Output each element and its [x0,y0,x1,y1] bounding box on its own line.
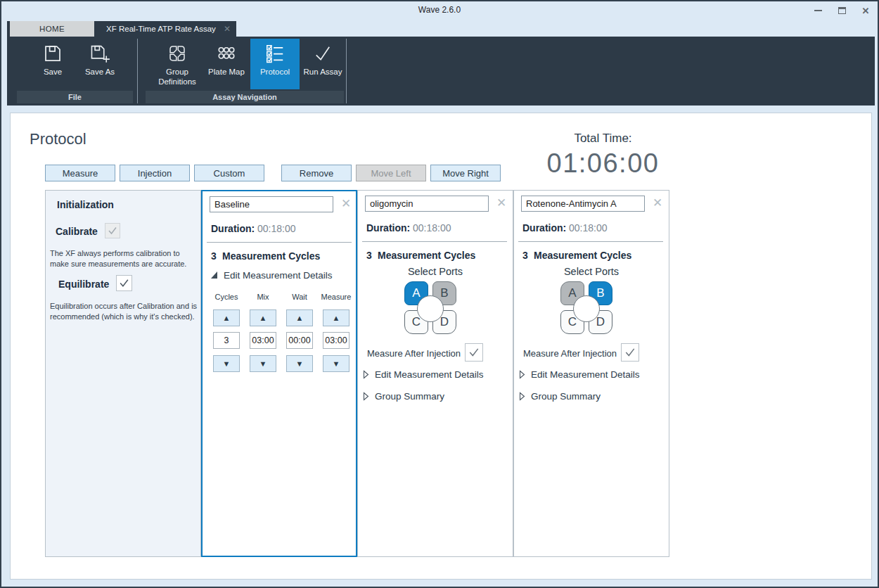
cycles-up-button[interactable]: ▲ [213,309,240,326]
rotenone-name-input[interactable] [521,196,645,212]
calibrate-note: The XF always performs calibration to ma… [50,248,199,269]
divider [207,242,352,243]
cycles-value-input[interactable] [213,332,240,349]
assay-navigation-group-label: Assay Navigation [146,91,344,103]
oligomycin-duration-label: Duration: [366,222,410,234]
measurement-cycles-label: Measurement Cycles [534,250,631,261]
rotenone-column[interactable]: ✕ Duration: 00:18:00 3 Measurement Cycle… [513,190,669,557]
wait-header: Wait [281,293,318,301]
measure-button[interactable]: Measure [45,165,115,181]
baseline-name-input[interactable] [210,196,333,212]
baseline-column[interactable]: ✕ Duration: 00:18:00 3 Measurement Cycle… [201,190,357,557]
initialization-column: Initialization Calibrate The XF always p… [45,190,201,557]
content-panel: Protocol Total Time: 01:06:00 Measure In… [10,113,872,580]
measure-up-button[interactable]: ▲ [323,309,349,326]
oligomycin-cycle-count: 3 [366,250,372,261]
save-button[interactable]: Save [32,39,73,89]
oligomycin-port-selector: A B C D [404,281,458,336]
injection-button[interactable]: Injection [120,165,190,181]
oligomycin-close-icon[interactable]: ✕ [493,194,510,211]
ribbon: Save Save As Group Definitions [7,37,875,106]
oligomycin-column[interactable]: ✕ Duration: 00:18:00 3 Measurement Cycle… [357,190,513,557]
remove-button[interactable]: Remove [281,165,352,181]
rotenone-edit-details-expander[interactable]: Edit Measurement Details [519,369,640,380]
wait-up-button[interactable]: ▲ [286,309,313,326]
initialization-title: Initialization [57,199,114,210]
group-summary-label: Group Summary [531,391,601,402]
custom-button[interactable]: Custom [194,165,264,181]
rotenone-group-summary-expander[interactable]: Group Summary [519,391,601,402]
save-as-label: Save As [85,67,115,77]
page-title: Protocol [30,130,86,148]
tab-assay-label: XF Real-Time ATP Rate Assay [98,25,224,33]
equilibrate-check-icon [119,279,129,288]
total-time-value: 01:06:00 [524,148,682,179]
maximize-icon [838,7,846,14]
run-assay-button[interactable]: Run Assay [302,39,343,89]
save-as-icon [89,43,110,64]
close-icon: ✕ [862,6,870,15]
window-controls: ✕ [811,1,872,20]
rotenone-measure-after-injection-checkbox[interactable] [621,343,639,362]
minimize-button[interactable] [811,4,824,17]
tab-strip: HOME XF Real-Time ATP Rate Assay ✕ [7,21,233,37]
calibrate-checkbox[interactable] [105,223,120,238]
rotenone-port-selector: A B C D [560,281,614,336]
oligomycin-duration-value: 00:18:00 [413,222,451,234]
protocol-button[interactable]: Protocol [250,39,300,89]
select-ports-label: Select Ports [358,266,513,277]
wait-value-input[interactable] [286,332,313,349]
tab-close-icon[interactable]: ✕ [224,24,236,34]
edit-details-label: Edit Measurement Details [224,270,333,281]
plate-map-button[interactable]: Plate Map [207,39,246,89]
calibrate-label: Calibrate [56,226,98,237]
save-as-button[interactable]: Save As [79,39,121,89]
equilibrate-checkbox[interactable] [116,275,132,291]
mix-value-input[interactable] [250,332,276,349]
mix-up-button[interactable]: ▲ [250,309,276,326]
plate-map-label: Plate Map [208,67,245,77]
baseline-duration-value: 00:18:00 [257,223,296,234]
divider [362,241,507,242]
measurement-cycles-label: Measurement Cycles [222,250,320,262]
move-right-button[interactable]: Move Right [430,165,501,181]
group-definitions-icon [167,43,188,64]
protocol-icon [264,43,285,64]
mix-down-button[interactable]: ▼ [250,355,276,372]
edit-details-label: Edit Measurement Details [531,369,640,380]
measure-header: Measure [318,293,354,301]
expander-expanded-icon [211,271,218,279]
equilibrate-note: Equilibration occurs after Calibration a… [50,301,199,322]
total-time-label: Total Time: [524,132,682,146]
port-center-circle [417,295,444,322]
run-assay-icon [312,43,333,64]
measure-value-input[interactable] [323,332,349,349]
cycles-down-button[interactable]: ▼ [213,355,240,372]
protocol-label: Protocol [260,67,290,77]
maximize-button[interactable] [835,4,848,17]
measure-down-button[interactable]: ▼ [323,355,349,372]
oligomycin-edit-details-expander[interactable]: Edit Measurement Details [363,369,484,380]
oligomycin-name-input[interactable] [365,196,489,212]
rotenone-close-icon[interactable]: ✕ [649,194,666,211]
oligomycin-measure-after-injection-checkbox[interactable] [465,343,483,362]
baseline-cycle-count: 3 [211,250,217,262]
baseline-close-icon[interactable]: ✕ [338,195,354,212]
run-assay-label: Run Assay [304,67,342,77]
baseline-duration-label: Duration: [211,223,255,234]
mix-header: Mix [245,293,281,301]
group-definitions-label: Group Definitions [150,67,204,87]
divider [518,241,663,242]
tab-home[interactable]: HOME [10,21,94,37]
baseline-edit-details-expander[interactable]: Edit Measurement Details [211,270,333,281]
expander-collapsed-icon [363,392,369,401]
wait-down-button[interactable]: ▼ [286,355,313,372]
tab-assay[interactable]: XF Real-Time ATP Rate Assay ✕ [98,21,236,37]
move-left-button[interactable]: Move Left [356,165,426,181]
expander-collapsed-icon [363,370,369,379]
group-definitions-button[interactable]: Group Definitions [150,39,204,89]
measure-after-injection-label: Measure After Injection [514,348,617,359]
close-button[interactable]: ✕ [859,4,872,17]
rotenone-cycle-count: 3 [522,250,528,261]
oligomycin-group-summary-expander[interactable]: Group Summary [363,391,444,402]
